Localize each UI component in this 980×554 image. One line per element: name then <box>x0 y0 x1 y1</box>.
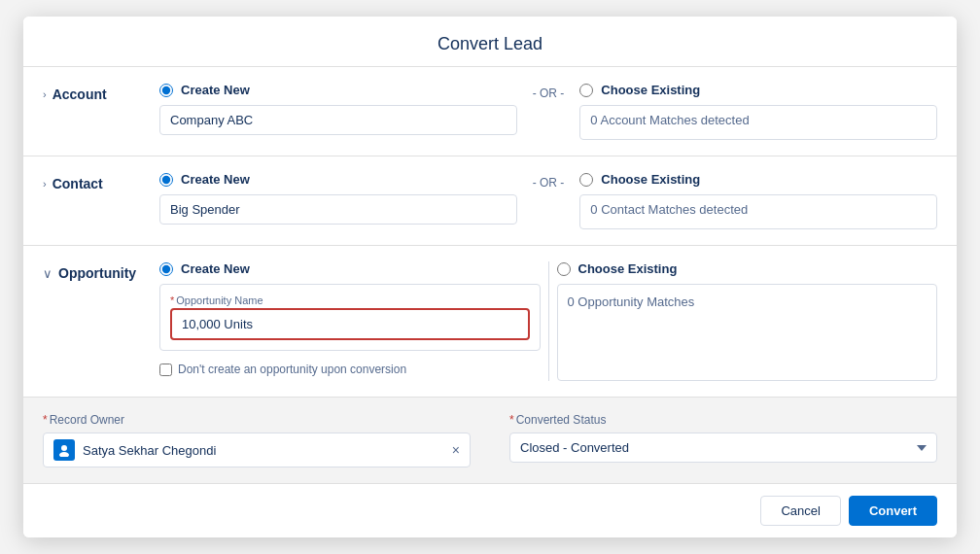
account-choose-col: Choose Existing 0 Account Matches detect… <box>579 83 937 140</box>
owner-input-row[interactable]: Satya Sekhar Chegondi × <box>43 433 471 467</box>
clear-owner-button[interactable]: × <box>452 442 460 458</box>
account-or-divider: - OR - <box>517 83 580 100</box>
opportunity-create-radio[interactable] <box>159 262 173 276</box>
contact-create-col: Create New <box>159 172 517 225</box>
account-content: Create New - OR - Choose Existing 0 Acco… <box>159 83 937 140</box>
bottom-section: *Record Owner Satya Sekhar Chegondi × *C… <box>23 398 957 483</box>
opp-name-field-wrapper: *Opportunity Name <box>159 284 541 351</box>
contact-matches-box: 0 Contact Matches detected <box>579 194 937 229</box>
contact-content: Create New - OR - Choose Existing 0 Cont… <box>159 172 937 229</box>
svg-point-1 <box>59 452 69 457</box>
contact-choose-radio[interactable] <box>579 173 593 187</box>
converted-status-col: *Converted Status Closed - Converted Ope… <box>509 413 937 467</box>
modal-body: › Account Create New - OR - <box>23 67 957 483</box>
modal-footer: Cancel Convert <box>23 483 957 537</box>
account-choose-radio[interactable] <box>579 84 593 97</box>
owner-name-text: Satya Sekhar Chegondi <box>83 443 444 458</box>
opportunity-create-label: Create New <box>181 261 250 276</box>
opp-divider <box>548 261 549 381</box>
account-choose-label: Choose Existing <box>601 83 700 97</box>
opp-name-field-label: *Opportunity Name <box>170 294 530 306</box>
opportunity-create-col: Create New *Opportunity Name <box>159 261 541 376</box>
svg-point-0 <box>61 445 67 451</box>
contact-label: Contact <box>52 176 103 191</box>
converted-status-select[interactable]: Closed - Converted Open Working <box>509 433 937 463</box>
contact-choose-label: Choose Existing <box>601 172 700 187</box>
opportunity-choose-radio-row: Choose Existing <box>557 261 938 276</box>
contact-chevron[interactable]: › <box>43 178 47 190</box>
contact-create-radio[interactable] <box>159 173 173 187</box>
cancel-button[interactable]: Cancel <box>760 496 840 526</box>
opportunity-matches-box: 0 Opportunity Matches <box>557 284 938 381</box>
convert-lead-modal: Convert Lead › Account Create New <box>23 17 957 537</box>
contact-choose-col: Choose Existing 0 Contact Matches detect… <box>579 172 937 229</box>
opportunity-choose-label: Choose Existing <box>578 261 678 276</box>
account-label: Account <box>52 87 107 102</box>
contact-label-col: › Contact <box>43 172 159 191</box>
record-owner-label: *Record Owner <box>43 413 471 427</box>
account-section: › Account Create New - OR - <box>23 67 957 156</box>
account-create-label: Create New <box>181 83 250 97</box>
account-chevron[interactable]: › <box>43 88 47 100</box>
opp-checkbox-row: Don't create an opportunity upon convers… <box>159 363 541 376</box>
opportunity-label-col: ∨ Opportunity <box>43 261 159 281</box>
contact-name-input[interactable] <box>159 194 517 225</box>
account-label-col: › Account <box>43 83 159 102</box>
owner-avatar <box>53 439 75 461</box>
opportunity-label: Opportunity <box>58 265 136 281</box>
contact-or-divider: - OR - <box>517 172 580 190</box>
modal-title: Convert Lead <box>438 34 542 53</box>
account-create-radio[interactable] <box>159 84 173 97</box>
opportunity-create-radio-row: Create New <box>159 261 541 276</box>
contact-create-label: Create New <box>181 172 250 187</box>
opportunity-content: Create New *Opportunity Name <box>159 261 937 381</box>
no-opportunity-checkbox[interactable] <box>159 364 172 376</box>
contact-choose-radio-row: Choose Existing <box>579 172 937 187</box>
opportunity-name-input[interactable] <box>170 308 530 340</box>
contact-section: › Contact Create New - OR - <box>23 156 957 246</box>
no-opportunity-label: Don't create an opportunity upon convers… <box>178 363 406 376</box>
modal-header: Convert Lead <box>23 17 957 67</box>
contact-create-radio-row: Create New <box>159 172 517 187</box>
opportunity-chevron[interactable]: ∨ <box>43 266 52 281</box>
convert-button[interactable]: Convert <box>849 496 937 526</box>
opportunity-choose-col: Choose Existing 0 Opportunity Matches <box>557 261 938 381</box>
converted-status-label: *Converted Status <box>509 413 937 427</box>
account-create-col: Create New <box>159 83 517 135</box>
opportunity-fields: *Opportunity Name Don't create an opport… <box>159 284 541 376</box>
account-create-radio-row: Create New <box>159 83 517 97</box>
opportunity-section: ∨ Opportunity Create New *Opportunity Na… <box>23 246 957 398</box>
account-matches-box: 0 Account Matches detected <box>579 105 937 140</box>
opportunity-choose-radio[interactable] <box>557 262 571 276</box>
account-choose-radio-row: Choose Existing <box>579 83 937 97</box>
record-owner-col: *Record Owner Satya Sekhar Chegondi × <box>43 413 471 467</box>
account-name-input[interactable] <box>159 105 517 135</box>
